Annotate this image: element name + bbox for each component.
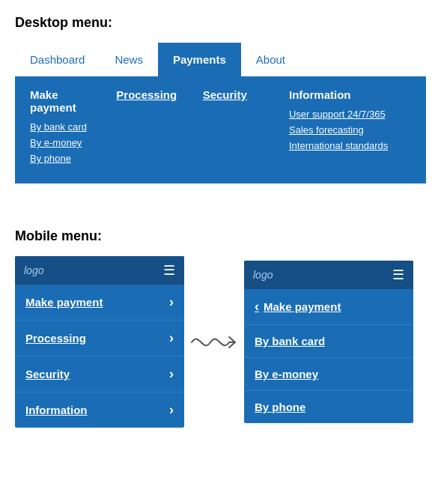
mobile-menu-right-header: logo ☰: [244, 261, 413, 289]
nav-item-payments[interactable]: Payments: [158, 43, 241, 76]
desktop-nav: Dashboard News Payments About: [15, 43, 426, 76]
mobile-item-label-security: Security: [25, 368, 70, 380]
mobile-item-label-make-payment: Make payment: [25, 296, 103, 309]
mobile-logo-left: logo: [24, 264, 43, 276]
mobile-item-label-information: Information: [25, 404, 88, 416]
mobile-menu-left: logo ☰ Make payment › Processing › Secur…: [15, 256, 184, 428]
squiggle-arrow-icon: [188, 327, 240, 357]
chevron-left-icon: ‹: [255, 299, 259, 315]
chevron-right-make-payment: ›: [169, 294, 174, 310]
mobile-subitem-label-phone: By phone: [255, 401, 305, 413]
dropdown-title-information: Information: [289, 88, 396, 101]
dropdown-link-user-support[interactable]: User support 24/7/365: [289, 109, 396, 120]
mobile-menu-right: logo ☰ ‹ Make payment By bank card By e-…: [244, 261, 413, 423]
chevron-right-information: ›: [169, 402, 174, 418]
mobile-item-processing[interactable]: Processing ›: [15, 321, 184, 356]
desktop-dropdown: Make payment By bank card By e-money By …: [15, 76, 426, 183]
dropdown-link-phone[interactable]: By phone: [30, 153, 101, 164]
mobile-menu-section: Mobile menu: logo ☰ Make payment › Proce…: [15, 228, 426, 428]
desktop-heading: Desktop menu:: [15, 15, 426, 31]
dropdown-column-security: Security: [203, 88, 289, 168]
chevron-right-security: ›: [169, 366, 174, 382]
mobile-item-back-make-payment[interactable]: ‹ Make payment: [244, 289, 413, 325]
dropdown-link-sales-forecasting[interactable]: Sales forecasting: [289, 124, 396, 136]
mobile-item-security[interactable]: Security ›: [15, 356, 184, 392]
mobile-item-make-payment[interactable]: Make payment ›: [15, 285, 184, 321]
dropdown-column-make-payment: Make payment By bank card By e-money By …: [30, 88, 116, 168]
dropdown-column-processing: Processing: [116, 88, 202, 168]
mobile-subitem-bank-card[interactable]: By bank card: [244, 325, 413, 358]
hamburger-icon-right[interactable]: ☰: [392, 268, 404, 282]
dropdown-link-emoney[interactable]: By e-money: [30, 137, 101, 148]
dropdown-column-information: Information User support 24/7/365 Sales …: [289, 88, 411, 168]
mobile-subitem-phone[interactable]: By phone: [244, 391, 413, 423]
mobile-menus-wrapper: logo ☰ Make payment › Processing › Secur…: [15, 256, 426, 428]
dropdown-link-bank-card[interactable]: By bank card: [30, 121, 101, 133]
nav-item-about[interactable]: About: [241, 43, 300, 76]
mobile-heading: Mobile menu:: [15, 228, 426, 244]
arrow-connector: [184, 327, 244, 357]
dropdown-title-make-payment: Make payment: [30, 88, 101, 114]
chevron-right-processing: ›: [169, 330, 174, 346]
dropdown-title-processing[interactable]: Processing: [116, 88, 187, 101]
mobile-subitem-emoney[interactable]: By e-money: [244, 358, 413, 391]
nav-item-dashboard[interactable]: Dashboard: [15, 43, 100, 76]
mobile-subitem-label-bank-card: By bank card: [255, 335, 325, 347]
mobile-menu-left-header: logo ☰: [15, 256, 184, 285]
mobile-item-information[interactable]: Information ›: [15, 392, 184, 428]
mobile-logo-right: logo: [253, 269, 273, 281]
dropdown-link-international-standards[interactable]: International standards: [289, 140, 396, 151]
hamburger-icon-left[interactable]: ☰: [163, 264, 175, 277]
mobile-subitem-label-emoney: By e-money: [255, 368, 318, 380]
mobile-item-label-back: ‹ Make payment: [255, 299, 341, 315]
dropdown-title-security[interactable]: Security: [203, 88, 274, 101]
mobile-item-label-processing: Processing: [25, 332, 86, 344]
desktop-menu-section: Desktop menu: Dashboard News Payments Ab…: [15, 15, 426, 183]
nav-item-news[interactable]: News: [100, 43, 158, 76]
